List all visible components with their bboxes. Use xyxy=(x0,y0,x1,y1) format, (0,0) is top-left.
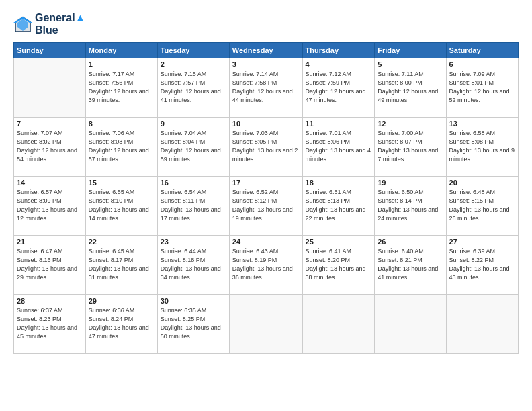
day-detail: Sunrise: 7:01 AMSunset: 8:06 PMDaylight:… xyxy=(306,129,372,164)
day-number: 26 xyxy=(378,238,443,246)
day-number: 1 xyxy=(89,60,154,68)
day-number: 11 xyxy=(306,120,372,128)
calendar-cell: 30Sunrise: 6:35 AMSunset: 8:25 PMDayligh… xyxy=(157,295,229,354)
calendar-cell: 27Sunrise: 6:39 AMSunset: 8:22 PMDayligh… xyxy=(446,236,518,295)
day-number: 30 xyxy=(161,297,226,305)
day-number: 5 xyxy=(378,60,443,68)
day-number: 12 xyxy=(378,120,443,128)
weekday-header: Wednesday xyxy=(229,43,302,58)
day-detail: Sunrise: 6:39 AMSunset: 8:22 PMDaylight:… xyxy=(449,247,515,282)
day-number: 15 xyxy=(89,179,154,187)
calendar-cell xyxy=(14,58,86,118)
day-detail: Sunrise: 6:47 AMSunset: 8:16 PMDaylight:… xyxy=(17,247,83,282)
day-detail: Sunrise: 7:14 AMSunset: 7:58 PMDaylight:… xyxy=(232,70,300,105)
day-detail: Sunrise: 7:03 AMSunset: 8:05 PMDaylight:… xyxy=(232,129,300,164)
day-detail: Sunrise: 6:51 AMSunset: 8:13 PMDaylight:… xyxy=(306,188,372,223)
day-detail: Sunrise: 6:48 AMSunset: 8:15 PMDaylight:… xyxy=(449,188,515,223)
calendar-week-row: 21Sunrise: 6:47 AMSunset: 8:16 PMDayligh… xyxy=(14,236,519,295)
day-number: 7 xyxy=(17,120,83,128)
day-detail: Sunrise: 7:09 AMSunset: 8:01 PMDaylight:… xyxy=(449,70,515,105)
day-detail: Sunrise: 6:52 AMSunset: 8:12 PMDaylight:… xyxy=(232,188,300,223)
weekday-header: Tuesday xyxy=(157,43,229,58)
calendar-cell: 19Sunrise: 6:50 AMSunset: 8:14 PMDayligh… xyxy=(375,177,446,236)
day-number: 19 xyxy=(378,179,443,187)
day-number: 8 xyxy=(89,120,154,128)
day-detail: Sunrise: 6:43 AMSunset: 8:19 PMDaylight:… xyxy=(232,247,300,282)
calendar-cell: 12Sunrise: 7:00 AMSunset: 8:07 PMDayligh… xyxy=(375,118,446,177)
day-detail: Sunrise: 7:07 AMSunset: 8:02 PMDaylight:… xyxy=(17,129,83,164)
day-detail: Sunrise: 6:55 AMSunset: 8:10 PMDaylight:… xyxy=(89,188,154,223)
day-number: 25 xyxy=(306,238,372,246)
day-number: 17 xyxy=(232,179,300,187)
calendar-cell: 15Sunrise: 6:55 AMSunset: 8:10 PMDayligh… xyxy=(85,177,157,236)
calendar-cell: 22Sunrise: 6:45 AMSunset: 8:17 PMDayligh… xyxy=(85,236,157,295)
calendar-cell: 25Sunrise: 6:41 AMSunset: 8:20 PMDayligh… xyxy=(302,236,375,295)
day-number: 24 xyxy=(232,238,300,246)
weekday-header: Monday xyxy=(85,43,157,58)
calendar-cell: 4Sunrise: 7:12 AMSunset: 7:59 PMDaylight… xyxy=(302,58,375,118)
day-number: 28 xyxy=(17,297,83,305)
day-detail: Sunrise: 7:17 AMSunset: 7:56 PMDaylight:… xyxy=(89,70,154,105)
day-detail: Sunrise: 6:41 AMSunset: 8:20 PMDaylight:… xyxy=(306,247,372,282)
day-detail: Sunrise: 7:06 AMSunset: 8:03 PMDaylight:… xyxy=(89,129,154,164)
calendar-cell: 28Sunrise: 6:37 AMSunset: 8:23 PMDayligh… xyxy=(14,295,86,354)
calendar-week-row: 1Sunrise: 7:17 AMSunset: 7:56 PMDaylight… xyxy=(14,58,519,118)
calendar-cell: 11Sunrise: 7:01 AMSunset: 8:06 PMDayligh… xyxy=(302,118,375,177)
calendar-cell: 24Sunrise: 6:43 AMSunset: 8:19 PMDayligh… xyxy=(229,236,302,295)
calendar-cell: 16Sunrise: 6:54 AMSunset: 8:11 PMDayligh… xyxy=(157,177,229,236)
day-detail: Sunrise: 7:15 AMSunset: 7:57 PMDaylight:… xyxy=(161,70,226,105)
weekday-header: Saturday xyxy=(446,43,518,58)
day-number: 6 xyxy=(449,60,515,68)
calendar-cell: 23Sunrise: 6:44 AMSunset: 8:18 PMDayligh… xyxy=(157,236,229,295)
day-detail: Sunrise: 6:44 AMSunset: 8:18 PMDaylight:… xyxy=(161,247,226,282)
day-number: 18 xyxy=(306,179,372,187)
day-detail: Sunrise: 6:57 AMSunset: 8:09 PMDaylight:… xyxy=(17,188,83,223)
day-number: 14 xyxy=(17,179,83,187)
weekday-header: Sunday xyxy=(14,43,86,58)
calendar: SundayMondayTuesdayWednesdayThursdayFrid… xyxy=(13,42,519,354)
logo-text: General▲ Blue xyxy=(35,12,85,36)
day-number: 29 xyxy=(89,297,154,305)
header: General▲ Blue xyxy=(13,12,519,36)
logo: General▲ Blue xyxy=(13,12,85,36)
page: General▲ Blue SundayMondayTuesdayWednesd… xyxy=(0,0,532,411)
day-detail: Sunrise: 6:54 AMSunset: 8:11 PMDaylight:… xyxy=(161,188,226,223)
day-detail: Sunrise: 7:12 AMSunset: 7:59 PMDaylight:… xyxy=(306,70,372,105)
calendar-cell: 20Sunrise: 6:48 AMSunset: 8:15 PMDayligh… xyxy=(446,177,518,236)
calendar-week-row: 28Sunrise: 6:37 AMSunset: 8:23 PMDayligh… xyxy=(14,295,519,354)
day-detail: Sunrise: 6:45 AMSunset: 8:17 PMDaylight:… xyxy=(89,247,154,282)
day-detail: Sunrise: 6:50 AMSunset: 8:14 PMDaylight:… xyxy=(378,188,443,223)
calendar-cell: 29Sunrise: 6:36 AMSunset: 8:24 PMDayligh… xyxy=(85,295,157,354)
day-number: 27 xyxy=(449,238,515,246)
calendar-cell xyxy=(302,295,375,354)
day-detail: Sunrise: 7:00 AMSunset: 8:07 PMDaylight:… xyxy=(378,129,443,164)
calendar-cell: 21Sunrise: 6:47 AMSunset: 8:16 PMDayligh… xyxy=(14,236,86,295)
day-number: 20 xyxy=(449,179,515,187)
calendar-cell xyxy=(229,295,302,354)
calendar-cell: 13Sunrise: 6:58 AMSunset: 8:08 PMDayligh… xyxy=(446,118,518,177)
weekday-header: Thursday xyxy=(302,43,375,58)
calendar-cell: 2Sunrise: 7:15 AMSunset: 7:57 PMDaylight… xyxy=(157,58,229,118)
calendar-cell: 17Sunrise: 6:52 AMSunset: 8:12 PMDayligh… xyxy=(229,177,302,236)
calendar-week-row: 14Sunrise: 6:57 AMSunset: 8:09 PMDayligh… xyxy=(14,177,519,236)
calendar-cell: 14Sunrise: 6:57 AMSunset: 8:09 PMDayligh… xyxy=(14,177,86,236)
day-detail: Sunrise: 6:36 AMSunset: 8:24 PMDaylight:… xyxy=(89,306,154,341)
calendar-cell: 26Sunrise: 6:40 AMSunset: 8:21 PMDayligh… xyxy=(375,236,446,295)
calendar-cell xyxy=(375,295,446,354)
day-detail: Sunrise: 6:35 AMSunset: 8:25 PMDaylight:… xyxy=(161,306,226,341)
day-number: 21 xyxy=(17,238,83,246)
day-number: 16 xyxy=(161,179,226,187)
calendar-cell: 3Sunrise: 7:14 AMSunset: 7:58 PMDaylight… xyxy=(229,58,302,118)
day-number: 4 xyxy=(306,60,372,68)
calendar-cell xyxy=(446,295,518,354)
calendar-cell: 5Sunrise: 7:11 AMSunset: 8:00 PMDaylight… xyxy=(375,58,446,118)
weekday-header: Friday xyxy=(375,43,446,58)
day-detail: Sunrise: 7:11 AMSunset: 8:00 PMDaylight:… xyxy=(378,70,443,105)
day-detail: Sunrise: 6:40 AMSunset: 8:21 PMDaylight:… xyxy=(378,247,443,282)
day-number: 2 xyxy=(161,60,226,68)
day-number: 3 xyxy=(232,60,300,68)
logo-icon xyxy=(13,15,32,34)
day-number: 23 xyxy=(161,238,226,246)
calendar-cell: 1Sunrise: 7:17 AMSunset: 7:56 PMDaylight… xyxy=(85,58,157,118)
day-number: 10 xyxy=(232,120,300,128)
